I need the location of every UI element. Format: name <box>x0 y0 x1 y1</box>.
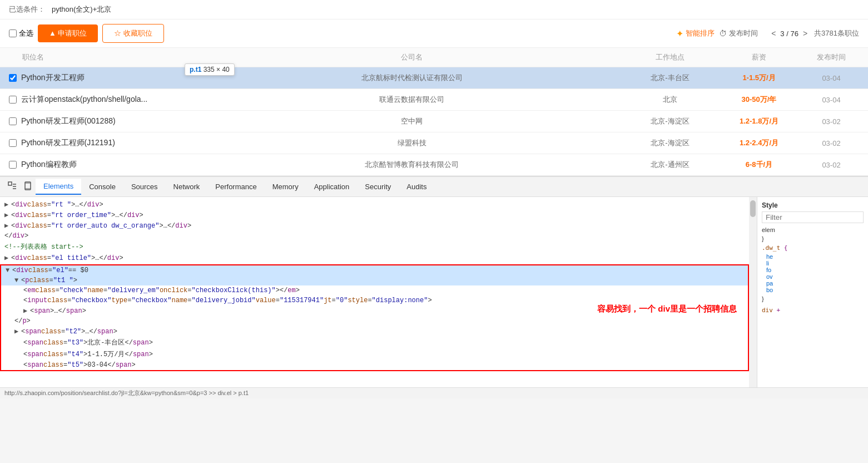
elements-scrollbar[interactable] <box>749 197 757 387</box>
job-select-checkbox[interactable] <box>9 74 17 82</box>
devtools-tab-elements[interactable]: Elements <box>36 179 81 195</box>
collapse-icon[interactable]: ▼ <box>6 267 12 274</box>
elem-line-close-p[interactable]: </p> <box>1 316 748 326</box>
expand-icon[interactable]: ▶ <box>4 254 11 262</box>
element-tooltip: p.t1 335 × 40 <box>185 63 235 76</box>
scrollbar-thumb[interactable] <box>750 200 756 217</box>
date-cell: 03-04 <box>803 96 859 104</box>
location-cell: 北京-丰台区 <box>626 73 715 83</box>
style-he: he <box>766 253 864 260</box>
job-row[interactable]: Python研发工程师(J12191) 绿盟科技 北京-海淀区 1.2-2.4万… <box>0 132 868 154</box>
annotation-text: 容易找到，一个 div里是一个招聘信息 <box>597 304 737 314</box>
date-cell: 03-02 <box>803 117 859 126</box>
sort-button[interactable]: ✦ 智能排序 <box>676 28 715 39</box>
style-li: li <box>766 260 864 267</box>
tooltip-dimensions: 335 × 40 <box>204 66 230 73</box>
elem-line-order-time[interactable]: ▶ <div class="rt order_time" >… </div> <box>0 210 749 220</box>
job-row[interactable]: Python开发工程师 北京航标时代检测认证有限公司 北京-丰台区 1-1.5万… <box>0 67 868 89</box>
action-bar: 全选 ▲ 申请职位 ☆ 收藏职位 ✦ 智能排序 ⏱ 发布时间 < 3 / 76 … <box>0 19 868 48</box>
job-select-checkbox[interactable] <box>9 96 17 104</box>
job-row[interactable]: Python研发工程师(001288) 空中网 北京-海淀区 1.2-1.8万/… <box>0 111 868 132</box>
job-row[interactable]: Python编程教师 北京酷智博教育科技有限公司 北京-通州区 6-8千/月 0… <box>0 154 868 176</box>
next-page-button[interactable]: > <box>801 28 810 39</box>
elem-line-close-div[interactable]: </div> <box>0 231 749 241</box>
elem-line-span-t5[interactable]: <span class="t5" >03-04 </span> <box>1 360 748 370</box>
salary-cell: 6-8千/月 <box>715 160 803 170</box>
time-button[interactable]: ⏱ 发布时间 <box>719 28 758 38</box>
elem-line-rt[interactable]: ▶ <div class="rt " >… </div> <box>0 199 749 210</box>
annotation-container: ▶ <span class="t2" >… </span> <span clas… <box>1 326 748 370</box>
job-title-cell: Python研发工程师(001288) <box>9 116 198 126</box>
devtools-tab-network[interactable]: Network <box>166 179 208 195</box>
select-all-label: 全选 <box>19 28 33 38</box>
location-cell: 北京-通州区 <box>626 160 715 170</box>
job-row[interactable]: 云计算openstack(python/shell/gola... 联通云数据有… <box>0 89 868 111</box>
expand-icon[interactable]: ▶ <box>23 307 30 315</box>
salary-cell: 1.2-1.8万/月 <box>715 116 803 126</box>
job-title-text: Python研发工程师(001288) <box>21 116 116 126</box>
elem-line-p-t1[interactable]: ▼ <p class="t1 " > <box>1 275 748 285</box>
collect-button[interactable]: ☆ 收藏职位 <box>102 24 164 43</box>
expand-icon[interactable]: ▶ <box>4 211 11 219</box>
sort-icon: ✦ <box>676 28 683 39</box>
style-fo: fo <box>766 267 864 273</box>
devtools-tab-security[interactable]: Security <box>357 179 399 195</box>
styles-title: Style <box>762 201 864 209</box>
company-cell: 联通云数据有限公司 <box>198 95 626 105</box>
job-select-checkbox[interactable] <box>9 139 17 147</box>
devtools-tab-memory[interactable]: Memory <box>265 179 306 195</box>
expand-icon[interactable]: ▶ <box>4 221 11 230</box>
devtools-tab-audits[interactable]: Audits <box>399 179 434 195</box>
elem-brace-open: } <box>762 235 864 242</box>
salary-cell: 1-1.5万/月 <box>715 73 803 83</box>
elem-line-order-auto[interactable]: ▶ <div class="rt order_auto dw_c_orange"… <box>0 220 749 231</box>
header-date: 发布时间 <box>803 52 859 62</box>
prev-page-button[interactable]: < <box>769 28 778 39</box>
device-toolbar-button[interactable] <box>20 179 36 194</box>
expand-icon[interactable]: ▶ <box>4 200 11 209</box>
elem-line-comment[interactable]: <!--列表表格 start--> <box>0 241 749 253</box>
salary-cell: 30-50万/年 <box>715 95 803 105</box>
location-cell: 北京 <box>626 95 715 105</box>
collapse-icon[interactable]: ▼ <box>14 277 21 284</box>
elements-panel[interactable]: ▶ <div class="rt " >… </div> ▶ <div clas… <box>0 197 749 387</box>
select-all-input[interactable] <box>9 29 17 37</box>
style-brace-close: } <box>762 295 864 302</box>
elem-line-el-title[interactable]: ▶ <div class="el title" >… </div> <box>0 253 749 263</box>
job-title-text: Python编程教师 <box>21 160 77 170</box>
highlighted-element-section: ▼ <div class="el" == $0 ▼ <p class="t1 "… <box>0 264 749 371</box>
elem-line-em-check[interactable]: <em class="check" name="delivery_em" onc… <box>1 285 748 295</box>
elem-label: elem <box>762 226 864 233</box>
job-title-text: 云计算openstack(python/shell/gola... <box>21 95 147 105</box>
elem-line-span-t4[interactable]: <span class="t4" >1-1.5万/月 </span> <box>1 348 748 360</box>
time-label: 发布时间 <box>729 28 758 38</box>
page-info: 3 / 76 <box>780 29 798 38</box>
company-cell: 北京酷智博教育科技有限公司 <box>198 160 626 170</box>
salary-cell: 1.2-2.4万/月 <box>715 138 803 148</box>
job-title-text: Python研发工程师(J12191) <box>21 138 115 148</box>
devtools-tab-sources[interactable]: Sources <box>123 179 166 195</box>
clock-icon: ⏱ <box>719 29 727 38</box>
table-header: 职位名 公司名 工作地点 薪资 发布时间 <box>0 48 868 67</box>
inspect-element-button[interactable] <box>4 179 20 194</box>
style-pa: pa <box>766 280 864 287</box>
tooltip-class: p.t1 <box>190 66 201 73</box>
job-select-checkbox[interactable] <box>9 117 17 125</box>
styles-filter-input[interactable] <box>762 211 864 223</box>
job-select-checkbox[interactable] <box>9 161 17 169</box>
devtools-tab-application[interactable]: Application <box>306 179 358 195</box>
expand-icon[interactable]: ▶ <box>14 327 21 336</box>
company-cell: 绿盟科技 <box>198 138 626 148</box>
devtools-tabs: ElementsConsoleSourcesNetworkPerformance… <box>0 177 868 197</box>
elem-line-span-t2[interactable]: ▶ <span class="t2" >… </span> <box>1 326 748 337</box>
select-all-checkbox[interactable]: 全选 <box>9 28 33 38</box>
apply-button[interactable]: ▲ 申请职位 <box>38 24 98 42</box>
devtools-tab-performance[interactable]: Performance <box>207 179 264 195</box>
sort-label: 智能排序 <box>686 28 715 38</box>
date-cell: 03-02 <box>803 161 859 169</box>
devtools-tab-list: ElementsConsoleSourcesNetworkPerformance… <box>36 179 434 195</box>
elem-line-span-t3[interactable]: <span class="t3" >北京-丰台区 </span> <box>1 337 748 348</box>
devtools-body: ▶ <div class="rt " >… </div> ▶ <div clas… <box>0 197 868 387</box>
devtools-tab-console[interactable]: Console <box>81 179 123 195</box>
elem-line-el-selected[interactable]: ▼ <div class="el" == $0 <box>1 265 748 275</box>
